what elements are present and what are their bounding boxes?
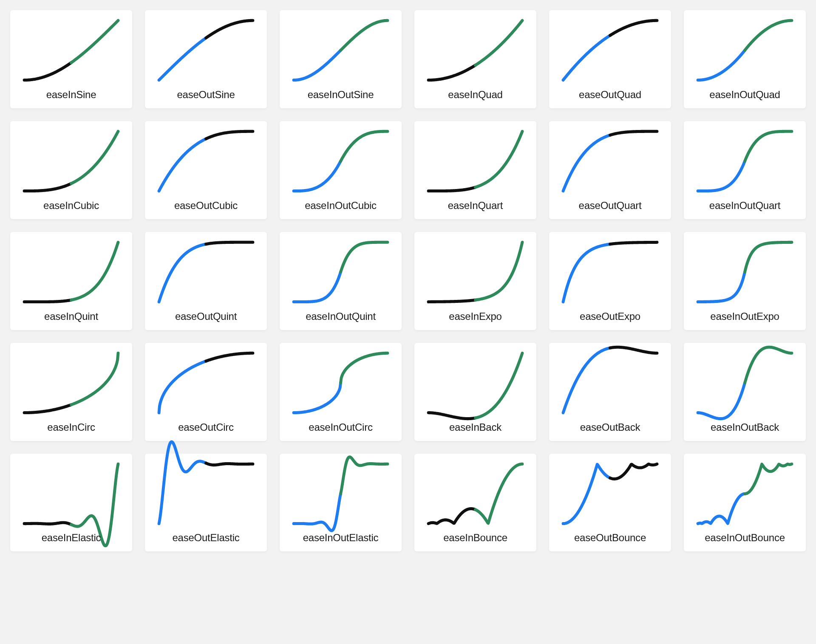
curve-segment-2 — [610, 347, 657, 353]
easing-card-easeOutBounce[interactable]: easeOutBounce — [549, 454, 671, 552]
curve-segment-1 — [428, 65, 475, 80]
easing-card-easeInElastic[interactable]: easeInElastic — [10, 454, 132, 552]
easing-card-easeInOutQuart[interactable]: easeInOutQuart — [684, 121, 806, 219]
easing-curve — [153, 460, 259, 528]
curve-segment-2 — [476, 242, 522, 300]
curve-segment-1 — [428, 187, 475, 191]
easing-card-easeOutQuart[interactable]: easeOutQuart — [549, 121, 671, 219]
curve-segment-2 — [341, 457, 388, 494]
curve-segment-2 — [206, 463, 253, 465]
curve-segment-1 — [24, 404, 71, 412]
easing-grid: easeInSineeaseOutSineeaseInOutSineeaseIn… — [0, 0, 816, 562]
curve-segment-2 — [206, 131, 253, 139]
curve-segment-1 — [294, 50, 340, 80]
easing-label: easeInExpo — [449, 311, 502, 322]
easing-label: easeInOutCirc — [309, 421, 372, 433]
easing-curve — [153, 349, 259, 417]
easing-card-easeInOutCubic[interactable]: easeInOutCubic — [280, 121, 402, 219]
curve-segment-2 — [745, 347, 792, 383]
easing-card-easeOutSine[interactable]: easeOutSine — [145, 10, 267, 108]
curve-segment-2 — [745, 464, 792, 494]
easing-curve — [18, 238, 125, 306]
easing-label: easeOutQuint — [175, 311, 237, 322]
easing-card-easeInOutBounce[interactable]: easeInOutBounce — [684, 454, 806, 552]
easing-label: easeInOutBack — [711, 421, 779, 433]
easing-card-easeInOutCirc[interactable]: easeInOutCirc — [280, 343, 402, 441]
curve-segment-2 — [71, 242, 118, 300]
easing-card-easeInOutQuint[interactable]: easeInOutQuint — [280, 232, 402, 330]
curve-segment-2 — [71, 20, 118, 62]
easing-card-easeOutCubic[interactable]: easeOutCubic — [145, 121, 267, 219]
easing-card-easeInOutQuad[interactable]: easeInOutQuad — [684, 10, 806, 108]
easing-card-easeOutQuint[interactable]: easeOutQuint — [145, 232, 267, 330]
easing-curve — [691, 127, 798, 195]
easing-card-easeInOutSine[interactable]: easeInOutSine — [280, 10, 402, 108]
easing-curve — [422, 349, 529, 417]
easing-curve — [18, 460, 125, 528]
easing-curve — [691, 238, 798, 306]
easing-card-easeInBounce[interactable]: easeInBounce — [414, 454, 536, 552]
curve-segment-1 — [428, 300, 475, 302]
curve-segment-2 — [610, 131, 657, 135]
easing-card-easeOutExpo[interactable]: easeOutExpo — [549, 232, 671, 330]
curve-segment-1 — [563, 348, 610, 413]
easing-card-easeInQuart[interactable]: easeInQuart — [414, 121, 536, 219]
curve-segment-1 — [294, 161, 340, 191]
easing-card-easeOutBack[interactable]: easeOutBack — [549, 343, 671, 441]
curve-segment-1 — [159, 139, 206, 191]
curve-segment-1 — [428, 412, 475, 418]
easing-card-easeInCubic[interactable]: easeInCubic — [10, 121, 132, 219]
easing-curve — [422, 460, 529, 528]
curve-segment-1 — [698, 383, 745, 418]
easing-curve — [287, 238, 394, 306]
curve-segment-1 — [698, 50, 745, 80]
easing-curve — [422, 238, 529, 306]
curve-segment-1 — [563, 135, 610, 191]
easing-card-easeInOutBack[interactable]: easeInOutBack — [684, 343, 806, 441]
curve-segment-2 — [476, 353, 522, 418]
curve-segment-1 — [24, 300, 71, 302]
easing-label: easeOutCubic — [174, 200, 238, 212]
easing-card-easeInCirc[interactable]: easeInCirc — [10, 343, 132, 441]
easing-label: easeInBack — [449, 421, 502, 433]
easing-card-easeOutCirc[interactable]: easeOutCirc — [145, 343, 267, 441]
easing-card-easeInOutExpo[interactable]: easeInOutExpo — [684, 232, 806, 330]
easing-card-easeInExpo[interactable]: easeInExpo — [414, 232, 536, 330]
easing-curve — [691, 460, 798, 528]
curve-segment-2 — [341, 242, 388, 272]
easing-card-easeInBack[interactable]: easeInBack — [414, 343, 536, 441]
easing-card-easeInQuint[interactable]: easeInQuint — [10, 232, 132, 330]
easing-label: easeInBounce — [443, 532, 507, 544]
curve-segment-2 — [206, 242, 253, 244]
curve-segment-2 — [610, 20, 657, 35]
curve-segment-1 — [563, 35, 610, 80]
easing-card-easeOutQuad[interactable]: easeOutQuad — [549, 10, 671, 108]
easing-label: easeOutElastic — [172, 532, 239, 544]
curve-segment-2 — [71, 353, 118, 404]
easing-card-easeInOutElastic[interactable]: easeInOutElastic — [280, 454, 402, 552]
curve-segment-1 — [24, 523, 71, 524]
easing-label: easeInOutCubic — [305, 200, 377, 212]
curve-segment-1 — [24, 62, 71, 80]
easing-curve — [153, 16, 259, 85]
easing-curve — [287, 16, 394, 85]
easing-curve — [557, 238, 663, 306]
easing-card-easeInSine[interactable]: easeInSine — [10, 10, 132, 108]
curve-segment-1 — [159, 244, 206, 302]
easing-card-easeInQuad[interactable]: easeInQuad — [414, 10, 536, 108]
easing-label: easeInOutExpo — [710, 311, 779, 322]
easing-card-easeOutElastic[interactable]: easeOutElastic — [145, 454, 267, 552]
curve-segment-2 — [476, 20, 522, 65]
easing-curve — [422, 127, 529, 195]
easing-label: easeInOutElastic — [303, 532, 379, 544]
curve-segment-1 — [698, 161, 745, 191]
easing-curve — [287, 349, 394, 417]
curve-segment-1 — [159, 442, 206, 524]
easing-label: easeInSine — [46, 89, 96, 101]
easing-label: easeInCirc — [47, 421, 95, 433]
curve-segment-2 — [610, 464, 657, 479]
easing-label: easeInCubic — [43, 200, 99, 212]
curve-segment-2 — [745, 20, 792, 50]
easing-curve — [18, 349, 125, 417]
easing-label: easeInOutQuint — [306, 311, 376, 322]
